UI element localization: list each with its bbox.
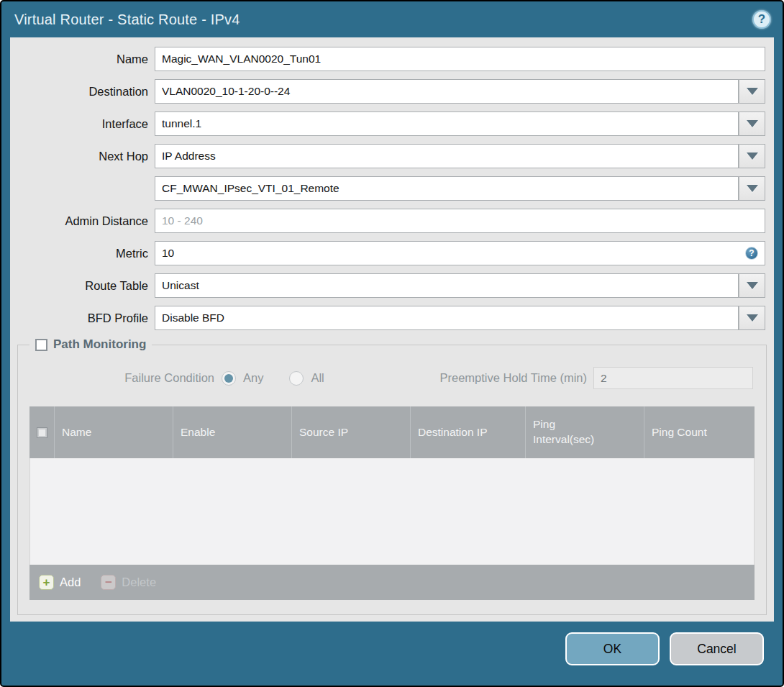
next-hop-type-dropdown-button[interactable]: [739, 144, 765, 168]
chevron-down-icon: [747, 282, 758, 289]
form-row-bfd-profile: BFD Profile: [10, 306, 765, 330]
table-toolbar: + Add − Delete: [29, 565, 755, 600]
radio-all-label: All: [311, 371, 324, 385]
table-header-select: [29, 406, 54, 458]
path-monitoring-legend: Path Monitoring: [29, 337, 152, 352]
route-table-dropdown-button[interactable]: [739, 273, 765, 298]
next-hop-address-dropdown-button[interactable]: [739, 176, 765, 201]
table-header-destination-ip: Destination IP: [410, 406, 525, 458]
chevron-down-icon: [747, 88, 758, 95]
metric-input[interactable]: [155, 241, 765, 265]
failure-condition-options: Any All: [222, 371, 343, 386]
route-table-label: Route Table: [10, 279, 155, 293]
next-hop-address-input[interactable]: [155, 176, 739, 201]
admin-distance-input[interactable]: [155, 209, 765, 233]
metric-label: Metric: [10, 247, 155, 260]
interface-dropdown-button[interactable]: [739, 112, 765, 136]
form-row-destination: Destination: [10, 79, 765, 104]
chevron-down-icon: [747, 120, 758, 127]
bfd-profile-label: BFD Profile: [10, 311, 155, 325]
form-row-interface: Interface: [10, 112, 765, 136]
path-monitoring-section: Path Monitoring Failure Condition Any Al…: [17, 345, 767, 615]
dialog-body: Name Destination Interface: [10, 37, 774, 622]
dialog-footer: OK Cancel: [1, 622, 783, 686]
form-row-next-hop-address: [10, 176, 765, 201]
chevron-down-icon: [747, 314, 758, 322]
form-row-next-hop: Next Hop: [10, 144, 765, 168]
path-monitoring-table: Name Enable Source IP Destination IP Pin…: [29, 406, 755, 600]
name-label: Name: [10, 53, 155, 66]
plus-icon: +: [39, 575, 54, 590]
form-row-name: Name: [10, 47, 765, 71]
preemptive-hold-time-input[interactable]: [593, 367, 753, 389]
chevron-down-icon: [747, 153, 758, 160]
static-route-dialog: Virtual Router - Static Route - IPv4 ? N…: [0, 0, 784, 687]
dialog-title: Virtual Router - Static Route - IPv4: [14, 12, 240, 28]
ok-button[interactable]: OK: [565, 632, 660, 665]
name-input[interactable]: [155, 47, 765, 71]
chevron-down-icon: [747, 185, 758, 192]
destination-label: Destination: [10, 85, 155, 99]
destination-dropdown-button[interactable]: [739, 79, 765, 104]
table-header-ping-count: Ping Count: [644, 406, 755, 458]
destination-input[interactable]: [155, 79, 739, 104]
next-hop-label: Next Hop: [10, 150, 155, 163]
path-monitoring-checkbox[interactable]: [35, 339, 47, 351]
help-icon[interactable]: ?: [752, 10, 771, 29]
failure-condition-label: Failure Condition: [18, 371, 222, 385]
failure-condition-row: Failure Condition Any All Preemptive Hol…: [18, 367, 753, 389]
radio-any[interactable]: [222, 371, 236, 386]
form-row-route-table: Route Table: [10, 273, 765, 298]
preemptive-hold-time-group: Preemptive Hold Time (min): [440, 367, 753, 389]
info-icon: ?: [745, 247, 758, 260]
cancel-button[interactable]: Cancel: [670, 632, 764, 665]
form-row-admin-distance: Admin Distance: [10, 209, 765, 233]
interface-label: Interface: [10, 117, 155, 131]
table-header-name: Name: [54, 406, 173, 458]
delete-button[interactable]: − Delete: [101, 575, 156, 590]
table-header-enable: Enable: [173, 406, 291, 458]
dialog-titlebar: Virtual Router - Static Route - IPv4 ?: [1, 1, 783, 37]
route-table-input[interactable]: [155, 273, 739, 298]
table-body-empty: [29, 458, 755, 565]
bfd-profile-input[interactable]: [155, 306, 739, 330]
bfd-profile-dropdown-button[interactable]: [739, 306, 765, 330]
interface-input[interactable]: [155, 112, 739, 136]
preemptive-hold-time-label: Preemptive Hold Time (min): [440, 371, 593, 385]
minus-icon: −: [101, 575, 116, 590]
admin-distance-label: Admin Distance: [10, 214, 155, 228]
add-button[interactable]: + Add: [39, 575, 81, 590]
radio-any-label: Any: [243, 371, 263, 385]
select-all-checkbox[interactable]: [37, 427, 47, 438]
table-header-ping-interval: Ping Interval(sec): [525, 406, 644, 458]
radio-all[interactable]: [289, 371, 304, 386]
table-header-source-ip: Source IP: [291, 406, 410, 458]
add-button-label: Add: [60, 575, 81, 589]
path-monitoring-label: Path Monitoring: [53, 337, 146, 352]
form-row-metric: Metric ?: [10, 241, 765, 265]
table-header-row: Name Enable Source IP Destination IP Pin…: [29, 406, 755, 458]
delete-button-label: Delete: [122, 575, 156, 589]
next-hop-type-input[interactable]: [155, 144, 739, 168]
